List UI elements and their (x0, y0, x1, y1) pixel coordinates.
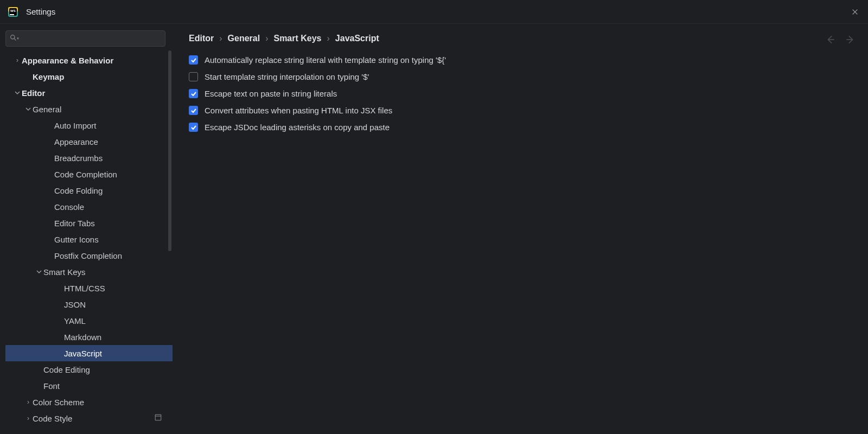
tree-label: Auto Import (54, 121, 97, 130)
option-label: Automatically replace string literal wit… (205, 55, 446, 65)
tree-item-color-scheme[interactable]: ›Color Scheme (5, 394, 173, 410)
tree-item-html-css[interactable]: ›HTML/CSS (5, 280, 173, 296)
breadcrumb-separator: › (219, 34, 222, 43)
chevron-right-icon: › (24, 398, 33, 406)
option-row: Escape text on paste in string literals (189, 89, 856, 98)
breadcrumb: Editor › General › Smart Keys › JavaScri… (189, 34, 856, 43)
tree-label: Code Editing (43, 365, 90, 374)
option-label: Start template string interpolation on t… (205, 72, 369, 81)
tree-item-appearance[interactable]: ›Appearance (5, 133, 173, 150)
tree-label: YAML (64, 316, 86, 326)
tree-item-auto-import[interactable]: ›Auto Import (5, 117, 173, 133)
checkbox[interactable] (189, 55, 198, 65)
chevron-down-icon (24, 106, 33, 112)
close-button[interactable] (850, 7, 860, 17)
tree-label: General (33, 105, 61, 114)
tree-label: Code Completion (54, 170, 117, 179)
checkbox[interactable] (189, 89, 198, 98)
forward-button[interactable] (845, 35, 855, 44)
titlebar: WS Settings (0, 0, 868, 24)
tree-item-code-folding[interactable]: ›Code Folding (5, 182, 173, 199)
breadcrumb-part: JavaScript (335, 34, 379, 43)
main-area: ▼ ›Appearance & Behavior ›Keymap Editor … (0, 24, 868, 434)
tree-item-markdown[interactable]: ›Markdown (5, 329, 173, 345)
tree-label: Gutter Icons (54, 235, 99, 244)
settings-sidebar: ▼ ›Appearance & Behavior ›Keymap Editor … (0, 24, 177, 434)
checkbox[interactable] (189, 72, 198, 81)
tree-label: Color Scheme (33, 398, 84, 407)
tree-label: HTML/CSS (64, 284, 105, 293)
settings-tree: ›Appearance & Behavior ›Keymap Editor Ge… (5, 52, 173, 434)
svg-text:WS: WS (10, 9, 16, 12)
tree-label: Appearance (54, 137, 98, 146)
chevron-right-icon: › (13, 56, 22, 64)
tree-label: JSON (64, 300, 86, 309)
tree-item-font[interactable]: ›Font (5, 378, 173, 394)
tree-item-code-completion[interactable]: ›Code Completion (5, 166, 173, 182)
tree-item-json[interactable]: ›JSON (5, 296, 173, 312)
scrollbar[interactable] (168, 50, 171, 251)
app-icon: WS (8, 7, 18, 17)
tree-item-appearance-behavior[interactable]: ›Appearance & Behavior (5, 52, 173, 68)
chevron-down-icon (35, 269, 43, 275)
project-scope-icon (155, 414, 162, 423)
option-label: Escape text on paste in string literals (205, 89, 337, 98)
tree-item-gutter-icons[interactable]: ›Gutter Icons (5, 231, 173, 247)
option-label: Escape JSDoc leading asterisks on copy a… (205, 123, 390, 132)
breadcrumb-separator: › (327, 34, 330, 43)
tree-item-postfix-completion[interactable]: ›Postfix Completion (5, 247, 173, 264)
tree-item-smart-keys[interactable]: Smart Keys (5, 264, 173, 280)
history-nav (826, 35, 855, 44)
option-row: Automatically replace string literal wit… (189, 55, 856, 65)
tree-label: Editor (22, 88, 45, 98)
option-label: Convert attributes when pasting HTML int… (205, 106, 392, 115)
checkbox[interactable] (189, 106, 198, 115)
checkbox[interactable] (189, 123, 198, 132)
tree-label: Postfix Completion (54, 251, 122, 260)
tree-label: Console (54, 202, 84, 212)
breadcrumb-part[interactable]: Editor (189, 34, 214, 43)
tree-label: Appearance & Behavior (22, 56, 113, 65)
window-title: Settings (26, 7, 55, 16)
tree-item-general[interactable]: General (5, 101, 173, 117)
tree-label: Keymap (33, 72, 64, 81)
tree-label: Smart Keys (43, 267, 86, 277)
chevron-down-icon (13, 90, 22, 95)
options-list: Automatically replace string literal wit… (189, 55, 856, 132)
tree-item-editor[interactable]: Editor (5, 85, 173, 101)
tree-item-editor-tabs[interactable]: ›Editor Tabs (5, 215, 173, 231)
breadcrumb-part[interactable]: General (228, 34, 260, 43)
tree-label: Markdown (64, 333, 101, 342)
svg-line-6 (14, 39, 16, 40)
tree-label: Code Folding (54, 186, 103, 195)
breadcrumb-part[interactable]: Smart Keys (273, 34, 321, 43)
search-wrap: ▼ (5, 30, 173, 52)
tree-label: Breadcrumbs (54, 154, 103, 163)
tree-item-keymap[interactable]: ›Keymap (5, 68, 173, 85)
option-row: Convert attributes when pasting HTML int… (189, 106, 856, 115)
tree-label: Editor Tabs (54, 219, 95, 228)
tree-item-code-editing[interactable]: ›Code Editing (5, 361, 173, 378)
tree-item-javascript[interactable]: ›JavaScript (5, 345, 173, 361)
settings-content: Editor › General › Smart Keys › JavaScri… (177, 24, 868, 434)
svg-rect-7 (155, 414, 161, 420)
chevron-right-icon: › (24, 414, 33, 422)
tree-label: Font (43, 381, 60, 391)
tree-item-yaml[interactable]: ›YAML (5, 312, 173, 329)
breadcrumb-separator: › (265, 34, 268, 43)
tree-label: Code Style (33, 414, 72, 423)
tree-item-console[interactable]: ›Console (5, 199, 173, 215)
search-dropdown-icon[interactable]: ▼ (16, 37, 20, 40)
option-row: Escape JSDoc leading asterisks on copy a… (189, 123, 856, 132)
svg-rect-4 (10, 14, 14, 15)
tree-item-breadcrumbs[interactable]: ›Breadcrumbs (5, 150, 173, 166)
option-row: Start template string interpolation on t… (189, 72, 856, 81)
tree-label: JavaScript (64, 349, 102, 358)
svg-point-5 (11, 35, 15, 39)
search-input[interactable] (5, 30, 165, 47)
tree-item-code-style[interactable]: ›Code Style (5, 410, 173, 426)
back-button[interactable] (826, 35, 835, 44)
